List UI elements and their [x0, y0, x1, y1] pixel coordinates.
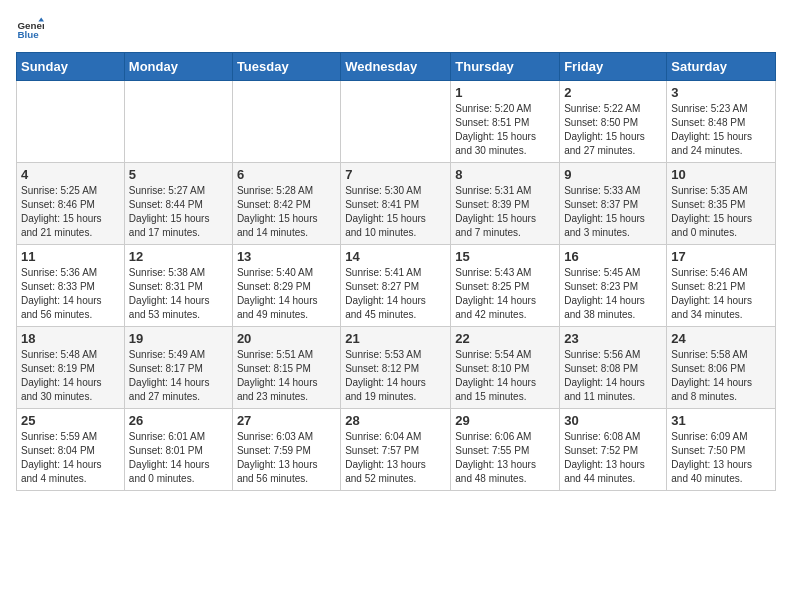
calendar-cell	[17, 81, 125, 163]
day-info: Sunrise: 6:06 AM Sunset: 7:55 PM Dayligh…	[455, 430, 555, 486]
calendar-cell: 8Sunrise: 5:31 AM Sunset: 8:39 PM Daylig…	[451, 163, 560, 245]
calendar-week-4: 18Sunrise: 5:48 AM Sunset: 8:19 PM Dayli…	[17, 327, 776, 409]
day-info: Sunrise: 6:01 AM Sunset: 8:01 PM Dayligh…	[129, 430, 228, 486]
calendar-cell: 31Sunrise: 6:09 AM Sunset: 7:50 PM Dayli…	[667, 409, 776, 491]
day-number: 10	[671, 167, 771, 182]
calendar-cell: 15Sunrise: 5:43 AM Sunset: 8:25 PM Dayli…	[451, 245, 560, 327]
calendar-week-2: 4Sunrise: 5:25 AM Sunset: 8:46 PM Daylig…	[17, 163, 776, 245]
day-number: 9	[564, 167, 662, 182]
calendar-cell: 2Sunrise: 5:22 AM Sunset: 8:50 PM Daylig…	[560, 81, 667, 163]
calendar-cell: 29Sunrise: 6:06 AM Sunset: 7:55 PM Dayli…	[451, 409, 560, 491]
day-number: 4	[21, 167, 120, 182]
day-info: Sunrise: 5:51 AM Sunset: 8:15 PM Dayligh…	[237, 348, 336, 404]
calendar-cell: 23Sunrise: 5:56 AM Sunset: 8:08 PM Dayli…	[560, 327, 667, 409]
day-info: Sunrise: 5:40 AM Sunset: 8:29 PM Dayligh…	[237, 266, 336, 322]
day-number: 27	[237, 413, 336, 428]
day-number: 6	[237, 167, 336, 182]
day-info: Sunrise: 6:08 AM Sunset: 7:52 PM Dayligh…	[564, 430, 662, 486]
day-number: 16	[564, 249, 662, 264]
day-info: Sunrise: 5:35 AM Sunset: 8:35 PM Dayligh…	[671, 184, 771, 240]
logo: General Blue	[16, 16, 48, 44]
day-number: 29	[455, 413, 555, 428]
calendar-cell: 1Sunrise: 5:20 AM Sunset: 8:51 PM Daylig…	[451, 81, 560, 163]
day-number: 25	[21, 413, 120, 428]
weekday-header-row: SundayMondayTuesdayWednesdayThursdayFrid…	[17, 53, 776, 81]
weekday-header-wednesday: Wednesday	[341, 53, 451, 81]
calendar-cell: 20Sunrise: 5:51 AM Sunset: 8:15 PM Dayli…	[232, 327, 340, 409]
day-info: Sunrise: 5:59 AM Sunset: 8:04 PM Dayligh…	[21, 430, 120, 486]
weekday-header-saturday: Saturday	[667, 53, 776, 81]
calendar-cell: 17Sunrise: 5:46 AM Sunset: 8:21 PM Dayli…	[667, 245, 776, 327]
calendar-cell: 14Sunrise: 5:41 AM Sunset: 8:27 PM Dayli…	[341, 245, 451, 327]
calendar-cell: 19Sunrise: 5:49 AM Sunset: 8:17 PM Dayli…	[124, 327, 232, 409]
calendar-cell: 9Sunrise: 5:33 AM Sunset: 8:37 PM Daylig…	[560, 163, 667, 245]
day-info: Sunrise: 5:43 AM Sunset: 8:25 PM Dayligh…	[455, 266, 555, 322]
day-number: 14	[345, 249, 446, 264]
calendar-cell: 27Sunrise: 6:03 AM Sunset: 7:59 PM Dayli…	[232, 409, 340, 491]
day-info: Sunrise: 5:23 AM Sunset: 8:48 PM Dayligh…	[671, 102, 771, 158]
day-number: 19	[129, 331, 228, 346]
day-number: 3	[671, 85, 771, 100]
calendar-cell: 16Sunrise: 5:45 AM Sunset: 8:23 PM Dayli…	[560, 245, 667, 327]
day-info: Sunrise: 6:03 AM Sunset: 7:59 PM Dayligh…	[237, 430, 336, 486]
day-number: 21	[345, 331, 446, 346]
day-number: 30	[564, 413, 662, 428]
day-info: Sunrise: 5:53 AM Sunset: 8:12 PM Dayligh…	[345, 348, 446, 404]
calendar-cell: 4Sunrise: 5:25 AM Sunset: 8:46 PM Daylig…	[17, 163, 125, 245]
day-info: Sunrise: 6:09 AM Sunset: 7:50 PM Dayligh…	[671, 430, 771, 486]
calendar-cell: 5Sunrise: 5:27 AM Sunset: 8:44 PM Daylig…	[124, 163, 232, 245]
calendar-week-5: 25Sunrise: 5:59 AM Sunset: 8:04 PM Dayli…	[17, 409, 776, 491]
weekday-header-thursday: Thursday	[451, 53, 560, 81]
day-info: Sunrise: 5:33 AM Sunset: 8:37 PM Dayligh…	[564, 184, 662, 240]
calendar-cell: 22Sunrise: 5:54 AM Sunset: 8:10 PM Dayli…	[451, 327, 560, 409]
calendar-cell	[232, 81, 340, 163]
day-info: Sunrise: 5:58 AM Sunset: 8:06 PM Dayligh…	[671, 348, 771, 404]
day-info: Sunrise: 5:22 AM Sunset: 8:50 PM Dayligh…	[564, 102, 662, 158]
day-info: Sunrise: 5:41 AM Sunset: 8:27 PM Dayligh…	[345, 266, 446, 322]
day-number: 1	[455, 85, 555, 100]
day-number: 26	[129, 413, 228, 428]
day-number: 23	[564, 331, 662, 346]
day-info: Sunrise: 5:45 AM Sunset: 8:23 PM Dayligh…	[564, 266, 662, 322]
calendar-body: 1Sunrise: 5:20 AM Sunset: 8:51 PM Daylig…	[17, 81, 776, 491]
calendar-cell: 12Sunrise: 5:38 AM Sunset: 8:31 PM Dayli…	[124, 245, 232, 327]
day-number: 7	[345, 167, 446, 182]
logo-icon: General Blue	[16, 16, 44, 44]
day-info: Sunrise: 5:31 AM Sunset: 8:39 PM Dayligh…	[455, 184, 555, 240]
svg-text:Blue: Blue	[17, 29, 39, 40]
day-info: Sunrise: 5:38 AM Sunset: 8:31 PM Dayligh…	[129, 266, 228, 322]
day-info: Sunrise: 5:25 AM Sunset: 8:46 PM Dayligh…	[21, 184, 120, 240]
calendar-cell	[341, 81, 451, 163]
calendar-cell: 25Sunrise: 5:59 AM Sunset: 8:04 PM Dayli…	[17, 409, 125, 491]
calendar-table: SundayMondayTuesdayWednesdayThursdayFrid…	[16, 52, 776, 491]
calendar-cell: 7Sunrise: 5:30 AM Sunset: 8:41 PM Daylig…	[341, 163, 451, 245]
calendar-cell: 30Sunrise: 6:08 AM Sunset: 7:52 PM Dayli…	[560, 409, 667, 491]
day-info: Sunrise: 5:36 AM Sunset: 8:33 PM Dayligh…	[21, 266, 120, 322]
calendar-cell: 3Sunrise: 5:23 AM Sunset: 8:48 PM Daylig…	[667, 81, 776, 163]
weekday-header-sunday: Sunday	[17, 53, 125, 81]
day-number: 13	[237, 249, 336, 264]
day-number: 8	[455, 167, 555, 182]
day-info: Sunrise: 5:20 AM Sunset: 8:51 PM Dayligh…	[455, 102, 555, 158]
weekday-header-friday: Friday	[560, 53, 667, 81]
calendar-cell: 6Sunrise: 5:28 AM Sunset: 8:42 PM Daylig…	[232, 163, 340, 245]
day-info: Sunrise: 5:49 AM Sunset: 8:17 PM Dayligh…	[129, 348, 228, 404]
calendar-cell: 10Sunrise: 5:35 AM Sunset: 8:35 PM Dayli…	[667, 163, 776, 245]
day-number: 12	[129, 249, 228, 264]
calendar-week-1: 1Sunrise: 5:20 AM Sunset: 8:51 PM Daylig…	[17, 81, 776, 163]
calendar-week-3: 11Sunrise: 5:36 AM Sunset: 8:33 PM Dayli…	[17, 245, 776, 327]
day-number: 20	[237, 331, 336, 346]
day-info: Sunrise: 5:56 AM Sunset: 8:08 PM Dayligh…	[564, 348, 662, 404]
calendar-cell: 26Sunrise: 6:01 AM Sunset: 8:01 PM Dayli…	[124, 409, 232, 491]
calendar-cell: 28Sunrise: 6:04 AM Sunset: 7:57 PM Dayli…	[341, 409, 451, 491]
weekday-header-monday: Monday	[124, 53, 232, 81]
calendar-cell: 11Sunrise: 5:36 AM Sunset: 8:33 PM Dayli…	[17, 245, 125, 327]
day-number: 5	[129, 167, 228, 182]
day-info: Sunrise: 5:27 AM Sunset: 8:44 PM Dayligh…	[129, 184, 228, 240]
day-number: 22	[455, 331, 555, 346]
day-number: 2	[564, 85, 662, 100]
day-number: 24	[671, 331, 771, 346]
calendar-cell: 18Sunrise: 5:48 AM Sunset: 8:19 PM Dayli…	[17, 327, 125, 409]
day-info: Sunrise: 5:54 AM Sunset: 8:10 PM Dayligh…	[455, 348, 555, 404]
weekday-header-tuesday: Tuesday	[232, 53, 340, 81]
